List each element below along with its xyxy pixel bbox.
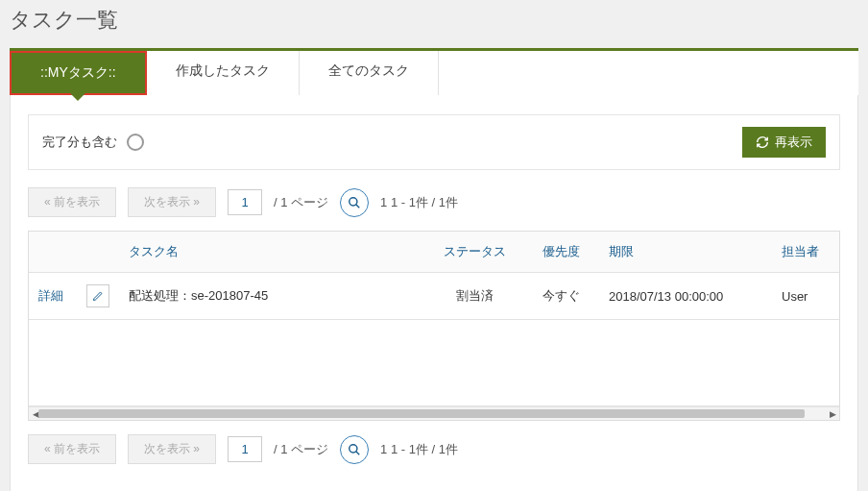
refresh-button-label: 再表示 (775, 134, 812, 151)
col-edit (77, 232, 119, 273)
cell-due: 2018/07/13 00:00:00 (599, 273, 772, 320)
col-priority[interactable]: 優先度 (522, 232, 599, 273)
page-search-button-bottom[interactable] (340, 435, 369, 464)
tab-created-tasks[interactable]: 作成したタスク (147, 51, 300, 95)
search-icon (348, 196, 361, 209)
page-search-button[interactable] (340, 188, 369, 217)
svg-point-0 (350, 197, 357, 205)
record-count-label-bottom: 1 1 - 1件 / 1件 (380, 441, 458, 458)
prev-page-button-bottom[interactable]: « 前を表示 (28, 434, 116, 464)
include-completed-label: 完了分も含む (42, 134, 117, 151)
next-page-button-bottom[interactable]: 次を表示 » (128, 434, 216, 464)
col-status[interactable]: ステータス (426, 232, 522, 273)
col-task-name[interactable]: タスク名 (119, 232, 426, 273)
next-page-button[interactable]: 次を表示 » (128, 187, 216, 217)
detail-link[interactable]: 詳細 (38, 288, 63, 303)
task-table-wrap: タスク名 ステータス 優先度 期限 担当者 詳細 (28, 231, 840, 421)
scroll-right-icon[interactable]: ▶ (826, 407, 839, 421)
panel: 完了分も含む 再表示 « 前を表示 次を表示 » / 1 ページ (10, 95, 858, 491)
col-detail (29, 232, 77, 273)
svg-line-3 (356, 451, 360, 454)
cell-status: 割当済 (426, 273, 522, 320)
col-assignee[interactable]: 担当者 (772, 232, 840, 273)
refresh-icon (756, 135, 769, 149)
record-count-label: 1 1 - 1件 / 1件 (380, 194, 458, 211)
cell-assignee: User (772, 273, 840, 320)
col-due[interactable]: 期限 (599, 232, 772, 273)
page-number-input-bottom[interactable] (228, 436, 262, 462)
pager-top: « 前を表示 次を表示 » / 1 ページ 1 1 - 1件 / 1件 (28, 187, 840, 217)
cell-task-name: 配送処理：se-201807-45 (119, 273, 426, 320)
include-completed-toggle[interactable] (127, 134, 144, 151)
total-pages-label-bottom: / 1 ページ (274, 441, 328, 458)
scrollbar-thumb[interactable] (38, 409, 805, 418)
svg-line-1 (356, 204, 360, 208)
pager-bottom: « 前を表示 次を表示 » / 1 ページ 1 1 - 1件 / 1件 (28, 434, 840, 464)
total-pages-label: / 1 ページ (274, 194, 328, 211)
tab-bar: ::MYタスク:: 作成したタスク 全てのタスク (10, 48, 858, 95)
svg-point-2 (350, 444, 357, 452)
table-empty-space (29, 320, 840, 406)
tab-all-tasks[interactable]: 全てのタスク (300, 51, 439, 95)
page-number-input[interactable] (228, 189, 262, 215)
tab-my-tasks[interactable]: ::MYタスク:: (10, 51, 147, 95)
edit-button[interactable] (86, 284, 109, 307)
refresh-button[interactable]: 再表示 (742, 127, 826, 158)
prev-page-button[interactable]: « 前を表示 (28, 187, 116, 217)
pencil-icon (92, 290, 104, 302)
page-title: タスク一覧 (0, 0, 868, 48)
table-row: 詳細 配送処理：se-201807-45 割当済 今すぐ (29, 273, 840, 320)
cell-priority: 今すぐ (522, 273, 599, 320)
task-table: タスク名 ステータス 優先度 期限 担当者 詳細 (29, 232, 840, 406)
filter-row: 完了分も含む 再表示 (28, 114, 840, 170)
search-icon (348, 443, 361, 456)
horizontal-scrollbar[interactable]: ◀ ▶ (29, 406, 839, 420)
